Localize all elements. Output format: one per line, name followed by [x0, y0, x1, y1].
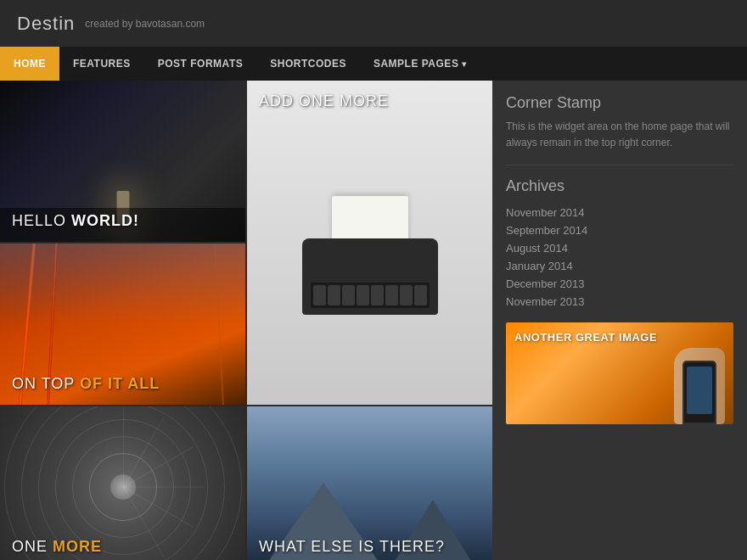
- key: [328, 285, 340, 305]
- archive-link-dec2013[interactable]: December 2013: [506, 275, 733, 293]
- typewriter-illustration: [302, 204, 438, 315]
- key: [313, 285, 326, 305]
- tile-add-one-more-label: ADD ONE MORE: [259, 92, 389, 110]
- tile-on-top-label: ON TOP OF IT ALL: [12, 375, 160, 393]
- tile-one-more-label: ONE MORE: [12, 538, 102, 556]
- tile-add-one-more-bg: [247, 81, 492, 405]
- tile-what-else-label: WHAT ELSE IS THERE?: [259, 538, 445, 556]
- archives-widget: Archives November 2014 September 2014 Au…: [506, 177, 733, 311]
- post-grid: HELLO WORLD!: [0, 81, 492, 560]
- tile-hello-world-bold: WORLD!: [71, 212, 139, 229]
- site-title: Destin: [17, 13, 75, 35]
- tile-on-top[interactable]: ON TOP OF IT ALL: [0, 244, 245, 405]
- typewriter-body: [302, 238, 438, 315]
- tile-on-top-normal: ON TOP: [12, 375, 80, 392]
- key: [357, 285, 369, 305]
- bridge-cable-3: [214, 244, 224, 405]
- site-tagline: created by bavotasan.com: [85, 18, 205, 30]
- divider-1: [506, 165, 733, 165]
- phone-screen: [687, 367, 712, 414]
- nav-item-sample-pages[interactable]: SAMPLE PAGES ▾: [360, 47, 480, 81]
- sidebar-image-tile[interactable]: ANOTHER GREAT IMAGE: [506, 322, 733, 424]
- tile-one-more-bold: MORE: [53, 538, 102, 555]
- archive-link-nov2014[interactable]: November 2014: [506, 204, 733, 221]
- main-content: HELLO WORLD!: [0, 81, 747, 560]
- key: [342, 285, 355, 305]
- archive-link-jan2014[interactable]: January 2014: [506, 257, 733, 275]
- nav-item-features[interactable]: FEATURES: [59, 47, 144, 81]
- site-header: Destin created by bavotasan.com: [0, 0, 747, 47]
- corner-stamp-text: This is the widget area on the home page…: [506, 119, 733, 151]
- phone-illustration: [682, 361, 716, 424]
- tile-hello-world[interactable]: HELLO WORLD!: [0, 81, 245, 242]
- archive-link-nov2013[interactable]: November 2013: [506, 293, 733, 311]
- corner-stamp-title: Corner Stamp: [506, 94, 733, 112]
- tile-hello-world-normal: HELLO: [12, 212, 71, 229]
- chevron-down-icon: ▾: [462, 59, 467, 69]
- tile-on-top-bold: OF IT ALL: [80, 375, 160, 392]
- sample-pages-label: SAMPLE PAGES: [374, 58, 458, 70]
- sidebar-image-label: ANOTHER GREAT IMAGE: [514, 331, 657, 344]
- tile-what-else[interactable]: WHAT ELSE IS THERE?: [247, 406, 492, 560]
- tile-hello-world-label: HELLO WORLD!: [12, 212, 139, 230]
- sidebar: Corner Stamp This is the widget area on …: [492, 81, 747, 560]
- corner-stamp-widget: Corner Stamp This is the widget area on …: [506, 94, 733, 151]
- archives-title: Archives: [506, 177, 733, 195]
- tile-one-more[interactable]: ONE MORE: [0, 406, 245, 560]
- nav-item-post-formats[interactable]: POST FORMATS: [144, 47, 256, 81]
- key: [371, 285, 384, 305]
- archive-link-sep2014[interactable]: September 2014: [506, 221, 733, 239]
- dome-line: [123, 487, 204, 488]
- key: [400, 285, 413, 305]
- key: [385, 285, 398, 305]
- archive-link-aug2014[interactable]: August 2014: [506, 239, 733, 257]
- dome-line: [123, 406, 124, 487]
- tile-what-else-bg: [247, 406, 492, 560]
- tile-one-more-bg: [0, 406, 245, 560]
- tile-add-one-more-text: ADD ONE MORE: [259, 92, 389, 109]
- main-nav: HOME FEATURES POST FORMATS SHORTCODES SA…: [0, 47, 747, 81]
- tile-one-more-normal: ONE: [12, 538, 53, 555]
- tile-what-else-text: WHAT ELSE IS THERE?: [259, 538, 445, 555]
- nav-item-home[interactable]: HOME: [0, 47, 59, 81]
- tile-add-one-more[interactable]: ADD ONE MORE: [247, 81, 492, 405]
- key: [414, 285, 427, 305]
- typewriter-keys: [311, 283, 430, 308]
- nav-item-shortcodes[interactable]: SHORTCODES: [256, 47, 360, 81]
